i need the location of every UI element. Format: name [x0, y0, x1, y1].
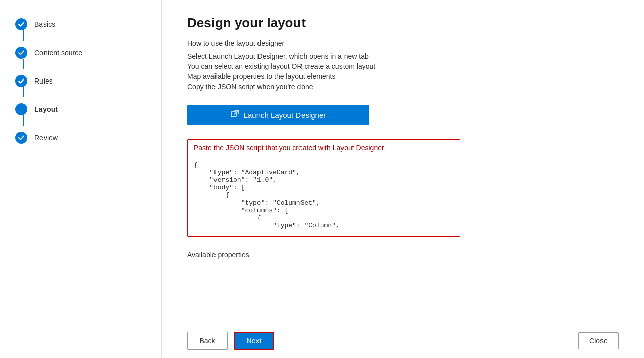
- sidebar-label-rules: Rules: [34, 77, 53, 85]
- instruction-1: Select Launch Layout Designer, which ope…: [187, 52, 619, 60]
- instruction-3: Map available properties to the layout e…: [187, 72, 619, 81]
- sidebar-item-basics[interactable]: Basics: [0, 10, 161, 38]
- sidebar: Basics Content source Rules Layout: [0, 0, 162, 358]
- content-area: Design your layout How to use the layout…: [162, 0, 644, 323]
- available-properties-label: Available properties: [187, 251, 619, 259]
- instruction-2: You can select an existing layout OR cre…: [187, 62, 619, 70]
- step-icon-basics: [15, 18, 27, 30]
- json-section: Paste the JSON script that you created w…: [187, 139, 619, 238]
- sidebar-item-layout[interactable]: Layout: [0, 95, 161, 124]
- how-to-label: How to use the layout designer: [187, 39, 619, 47]
- launch-button-label: Launch Layout Designer: [244, 111, 326, 120]
- json-textarea[interactable]: [187, 156, 460, 237]
- step-icon-review: [15, 132, 27, 144]
- sidebar-label-basics: Basics: [34, 20, 55, 28]
- sidebar-label-layout: Layout: [34, 105, 58, 113]
- launch-external-icon: [231, 110, 239, 120]
- sidebar-item-review[interactable]: Review: [0, 124, 161, 152]
- footer-left: Back Next: [187, 332, 274, 350]
- next-button[interactable]: Next: [234, 332, 274, 350]
- back-button[interactable]: Back: [187, 332, 228, 350]
- step-icon-content-source: [15, 47, 27, 59]
- sidebar-item-content-source[interactable]: Content source: [0, 38, 161, 67]
- main-content: Design your layout How to use the layout…: [162, 0, 644, 358]
- launch-layout-designer-button[interactable]: Launch Layout Designer: [187, 105, 369, 125]
- step-icon-rules: [15, 75, 27, 87]
- sidebar-label-content-source: Content source: [34, 49, 82, 57]
- page-title: Design your layout: [187, 15, 619, 31]
- sidebar-item-rules[interactable]: Rules: [0, 67, 161, 95]
- step-icon-layout: [15, 103, 27, 115]
- close-button[interactable]: Close: [578, 332, 619, 349]
- sidebar-label-review: Review: [34, 134, 58, 142]
- footer: Back Next Close: [162, 323, 644, 358]
- instructions-list: Select Launch Layout Designer, which ope…: [187, 52, 619, 91]
- instruction-4: Copy the JSON script when you're done: [187, 83, 619, 91]
- json-label: Paste the JSON script that you created w…: [187, 139, 460, 156]
